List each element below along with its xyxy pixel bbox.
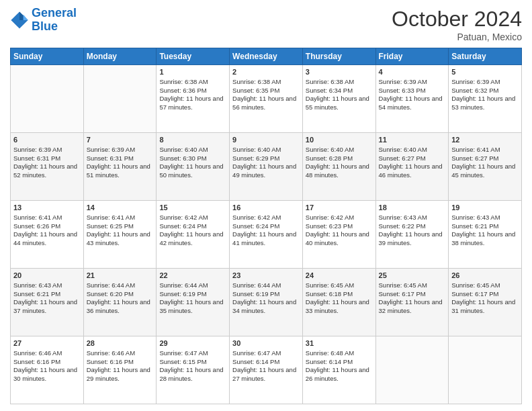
sunset-text: Sunset: 6:34 PM	[306, 87, 353, 94]
calendar-cell: 13Sunrise: 6:41 AMSunset: 6:26 PMDayligh…	[11, 201, 84, 269]
day-number: 12	[451, 135, 519, 145]
sunset-text: Sunset: 6:29 PM	[232, 154, 279, 162]
sunset-text: Sunset: 6:19 PM	[159, 290, 206, 298]
calendar-week-row: 6Sunrise: 6:39 AMSunset: 6:31 PMDaylight…	[11, 133, 522, 201]
calendar-cell	[449, 336, 522, 404]
calendar-cell: 14Sunrise: 6:41 AMSunset: 6:25 PMDayligh…	[83, 201, 157, 269]
sunrise-text: Sunrise: 6:39 AM	[87, 146, 135, 153]
day-number: 30	[232, 338, 300, 349]
sunrise-text: Sunrise: 6:43 AM	[379, 214, 427, 221]
daylight-text: Daylight: 11 hours and 51 minutes.	[87, 163, 150, 179]
calendar-week-row: 27Sunrise: 6:46 AMSunset: 6:16 PMDayligh…	[11, 336, 522, 404]
sunset-text: Sunset: 6:22 PM	[379, 222, 426, 230]
title-block: October 2024 Patuan, Mexico	[392, 7, 522, 42]
calendar-cell: 31Sunrise: 6:48 AMSunset: 6:14 PMDayligh…	[302, 336, 375, 404]
calendar-cell: 10Sunrise: 6:40 AMSunset: 6:28 PMDayligh…	[302, 133, 375, 201]
sunrise-text: Sunrise: 6:42 AM	[232, 214, 281, 221]
calendar-weekday-header: Friday	[375, 48, 449, 65]
daylight-text: Daylight: 11 hours and 38 minutes.	[451, 230, 515, 246]
sunset-text: Sunset: 6:25 PM	[87, 222, 134, 230]
daylight-text: Daylight: 11 hours and 34 minutes.	[232, 298, 296, 314]
sunset-text: Sunset: 6:31 PM	[13, 154, 60, 162]
day-number: 25	[379, 271, 446, 281]
daylight-text: Daylight: 11 hours and 49 minutes.	[232, 163, 296, 179]
calendar-cell: 22Sunrise: 6:44 AMSunset: 6:19 PMDayligh…	[157, 269, 230, 336]
sunset-text: Sunset: 6:18 PM	[306, 290, 353, 298]
daylight-text: Daylight: 11 hours and 27 minutes.	[232, 366, 296, 382]
calendar-cell: 20Sunrise: 6:43 AMSunset: 6:21 PMDayligh…	[11, 269, 84, 336]
daylight-text: Daylight: 11 hours and 42 minutes.	[159, 230, 223, 246]
calendar-cell: 8Sunrise: 6:40 AMSunset: 6:30 PMDaylight…	[157, 133, 230, 201]
sunrise-text: Sunrise: 6:47 AM	[159, 349, 208, 357]
calendar-cell: 11Sunrise: 6:40 AMSunset: 6:27 PMDayligh…	[375, 133, 449, 201]
day-number: 2	[232, 67, 300, 77]
sunrise-text: Sunrise: 6:40 AM	[232, 146, 281, 153]
sunset-text: Sunset: 6:32 PM	[451, 87, 498, 94]
daylight-text: Daylight: 11 hours and 43 minutes.	[87, 230, 150, 246]
sunrise-text: Sunrise: 6:43 AM	[13, 281, 62, 289]
month-title: October 2024	[392, 7, 522, 32]
calendar-table: SundayMondayTuesdayWednesdayThursdayFrid…	[10, 48, 522, 404]
sunrise-text: Sunrise: 6:39 AM	[13, 146, 62, 153]
daylight-text: Daylight: 11 hours and 32 minutes.	[379, 298, 443, 314]
sunset-text: Sunset: 6:27 PM	[379, 154, 426, 162]
calendar-cell: 21Sunrise: 6:44 AMSunset: 6:20 PMDayligh…	[83, 269, 157, 336]
daylight-text: Daylight: 11 hours and 39 minutes.	[379, 230, 443, 246]
logo: General Blue	[10, 7, 77, 34]
calendar-weekday-header: Sunday	[11, 48, 84, 65]
daylight-text: Daylight: 11 hours and 57 minutes.	[159, 95, 223, 111]
day-number: 18	[379, 203, 446, 213]
sunrise-text: Sunrise: 6:44 AM	[159, 281, 208, 289]
sunrise-text: Sunrise: 6:40 AM	[306, 146, 354, 153]
sunrise-text: Sunrise: 6:39 AM	[379, 78, 427, 85]
daylight-text: Daylight: 11 hours and 56 minutes.	[232, 95, 296, 111]
daylight-text: Daylight: 11 hours and 36 minutes.	[87, 298, 150, 314]
calendar-week-row: 13Sunrise: 6:41 AMSunset: 6:26 PMDayligh…	[11, 201, 522, 269]
calendar-cell: 18Sunrise: 6:43 AMSunset: 6:22 PMDayligh…	[375, 201, 449, 269]
daylight-text: Daylight: 11 hours and 40 minutes.	[306, 230, 369, 246]
calendar-weekday-header: Wednesday	[230, 48, 303, 65]
day-number: 21	[87, 271, 154, 281]
sunset-text: Sunset: 6:15 PM	[159, 358, 206, 365]
sunrise-text: Sunrise: 6:44 AM	[232, 281, 281, 289]
calendar-cell: 29Sunrise: 6:47 AMSunset: 6:15 PMDayligh…	[157, 336, 230, 404]
calendar-cell: 17Sunrise: 6:42 AMSunset: 6:23 PMDayligh…	[302, 201, 375, 269]
sunrise-text: Sunrise: 6:44 AM	[87, 281, 135, 289]
calendar-cell: 28Sunrise: 6:46 AMSunset: 6:16 PMDayligh…	[83, 336, 157, 404]
sunrise-text: Sunrise: 6:46 AM	[87, 349, 135, 357]
day-number: 23	[232, 271, 300, 281]
sunrise-text: Sunrise: 6:40 AM	[379, 146, 427, 153]
daylight-text: Daylight: 11 hours and 48 minutes.	[306, 163, 369, 179]
calendar-cell: 19Sunrise: 6:43 AMSunset: 6:21 PMDayligh…	[449, 201, 522, 269]
day-number: 24	[306, 271, 373, 281]
sunrise-text: Sunrise: 6:41 AM	[13, 214, 62, 221]
calendar-cell: 24Sunrise: 6:45 AMSunset: 6:18 PMDayligh…	[302, 269, 375, 336]
daylight-text: Daylight: 11 hours and 54 minutes.	[379, 95, 443, 111]
day-number: 5	[451, 67, 519, 77]
sunset-text: Sunset: 6:35 PM	[232, 87, 279, 94]
calendar-cell: 7Sunrise: 6:39 AMSunset: 6:31 PMDaylight…	[83, 133, 157, 201]
daylight-text: Daylight: 11 hours and 29 minutes.	[87, 366, 150, 382]
sunset-text: Sunset: 6:31 PM	[87, 154, 134, 162]
calendar-cell: 9Sunrise: 6:40 AMSunset: 6:29 PMDaylight…	[230, 133, 303, 201]
day-number: 16	[232, 203, 300, 213]
calendar-week-row: 20Sunrise: 6:43 AMSunset: 6:21 PMDayligh…	[11, 269, 522, 336]
day-number: 28	[87, 338, 154, 349]
sunset-text: Sunset: 6:24 PM	[232, 222, 279, 230]
calendar-cell	[11, 65, 84, 133]
sunset-text: Sunset: 6:21 PM	[13, 290, 60, 298]
day-number: 9	[232, 135, 300, 145]
day-number: 8	[159, 135, 226, 145]
sunset-text: Sunset: 6:30 PM	[159, 154, 206, 162]
daylight-text: Daylight: 11 hours and 53 minutes.	[451, 95, 515, 111]
calendar-cell: 1Sunrise: 6:38 AMSunset: 6:36 PMDaylight…	[157, 65, 230, 133]
calendar-header-row: SundayMondayTuesdayWednesdayThursdayFrid…	[11, 48, 522, 65]
sunset-text: Sunset: 6:24 PM	[159, 222, 206, 230]
calendar-cell: 26Sunrise: 6:45 AMSunset: 6:17 PMDayligh…	[449, 269, 522, 336]
sunset-text: Sunset: 6:16 PM	[87, 358, 134, 365]
sunset-text: Sunset: 6:21 PM	[451, 222, 498, 230]
calendar-cell: 30Sunrise: 6:47 AMSunset: 6:14 PMDayligh…	[230, 336, 303, 404]
calendar-cell: 23Sunrise: 6:44 AMSunset: 6:19 PMDayligh…	[230, 269, 303, 336]
day-number: 19	[451, 203, 519, 213]
day-number: 4	[379, 67, 446, 77]
